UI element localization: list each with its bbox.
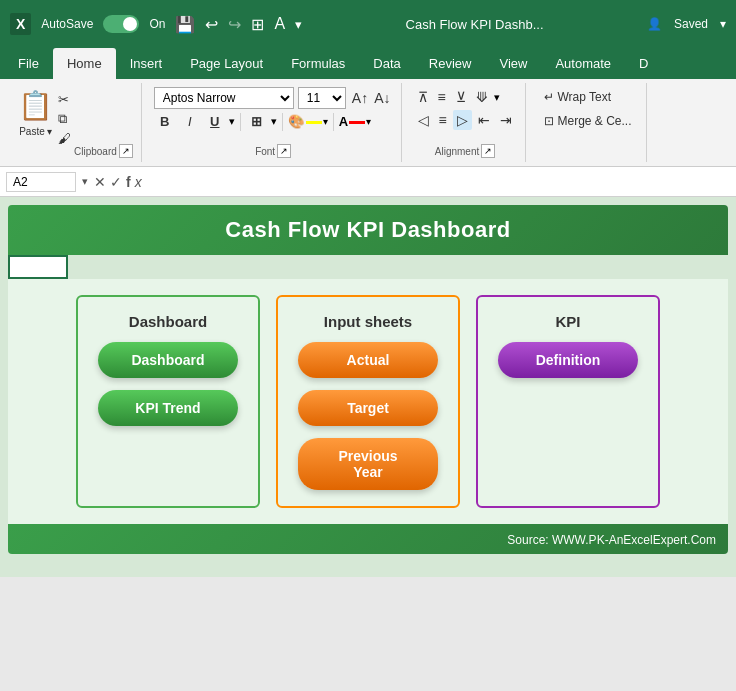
font-color-icon[interactable]: A [274,15,285,33]
sheet-title: Cash Flow KPI Dashboard [225,217,510,242]
align-center-button[interactable]: ≡ [435,110,451,130]
excel-logo: X [10,13,31,35]
autosave-label: AutoSave [41,17,93,31]
align-right-button[interactable]: ▷ [453,110,472,130]
paste-dropdown-icon[interactable]: ▾ [47,126,52,137]
tab-home[interactable]: Home [53,48,116,79]
tab-formulas[interactable]: Formulas [277,48,359,79]
kpi-section: KPI Definition [476,295,660,508]
undo-icon[interactable]: ↩ [205,15,218,34]
copy-button[interactable]: ⧉ [55,110,74,128]
layout-icon[interactable]: ⊞ [251,15,264,34]
actual-button[interactable]: Actual [298,342,438,378]
fill-color-icon: 🎨 [288,114,305,129]
paste-label: Paste [19,126,45,137]
wrap-text-button[interactable]: ↵ Wrap Text [538,87,638,107]
clipboard-dialog-launcher[interactable]: ↗ [119,144,133,158]
footer-text: Source: WWW.PK-AnExcelExpert.Com [507,533,716,547]
cancel-entry-icon[interactable]: ✕ [94,174,106,190]
sheet-footer: Source: WWW.PK-AnExcelExpert.Com [8,524,728,554]
definition-button[interactable]: Definition [498,342,638,378]
align-middle-button[interactable]: ≡ [434,87,450,107]
align-left-button[interactable]: ◁ [414,110,433,130]
angle-text-dropdown-icon[interactable]: ▾ [494,91,500,104]
tab-d[interactable]: D [625,48,662,79]
kpi-trend-button[interactable]: KPI Trend [98,390,238,426]
title-bar: X AutoSave On 💾 ↩ ↪ ⊞ A ▾ Cash Flow KPI … [0,0,736,48]
format-painter-button[interactable]: 🖌 [55,130,74,147]
ribbon-tabs: File Home Insert Page Layout Formulas Da… [0,48,736,79]
tab-review[interactable]: Review [415,48,486,79]
alignment-label: Alignment [435,146,479,157]
profile-icon[interactable]: 👤 [647,17,662,31]
formula-input[interactable] [148,174,730,189]
title-bar-actions: 👤 Saved ▾ [647,17,726,31]
font-color-a-icon: A [339,114,348,129]
tab-view[interactable]: View [485,48,541,79]
border-button[interactable]: ⊞ [246,112,268,131]
saved-label: Saved [674,17,708,31]
kpi-section-title: KPI [555,313,580,330]
italic-button[interactable]: I [179,112,201,131]
target-button[interactable]: Target [298,390,438,426]
underline-dropdown-icon[interactable]: ▾ [229,115,235,128]
tab-file[interactable]: File [4,48,53,79]
dashboard-navigation: Dashboard Dashboard KPI Trend Input shee… [8,279,728,524]
alignment-dialog-launcher[interactable]: ↗ [481,144,495,158]
tab-page-layout[interactable]: Page Layout [176,48,277,79]
underline-button[interactable]: U [204,112,226,131]
font-color-dropdown-icon[interactable]: ▾ [366,116,371,127]
cell-reference-input[interactable]: A2 [6,172,76,192]
toggle-state-label: On [149,17,165,31]
border-dropdown-icon[interactable]: ▾ [271,115,277,128]
cut-button[interactable]: ✂ [55,91,74,108]
clipboard-group: 📋 Paste ▾ ✂ ⧉ 🖌 Clipboard ↗ [8,83,142,162]
saved-dropdown-icon[interactable]: ▾ [720,17,726,31]
tab-insert[interactable]: Insert [116,48,177,79]
angle-text-button[interactable]: ⟱ [472,87,492,107]
ribbon-content: 📋 Paste ▾ ✂ ⧉ 🖌 Clipboard ↗ Aptos Narrow… [0,79,736,167]
redo-icon[interactable]: ↪ [228,15,241,34]
tab-automate[interactable]: Automate [541,48,625,79]
merge-cells-button[interactable]: ⊡ Merge & Ce... [538,111,638,131]
paste-button[interactable]: 📋 [16,87,55,124]
toggle-knob [123,17,137,31]
wrap-text-label: Wrap Text [558,90,612,104]
align-top-button[interactable]: ⊼ [414,87,432,107]
font-label: Font [255,146,275,157]
save-icon[interactable]: 💾 [175,15,195,34]
wrap-text-icon: ↵ [544,90,554,104]
window-title: Cash Flow KPI Dashb... [312,17,637,32]
autosave-toggle[interactable] [103,15,139,33]
tab-data[interactable]: Data [359,48,414,79]
input-sheets-section: Input sheets Actual Target Previous Year [276,295,460,508]
formula-bar-dropdown-icon[interactable]: ▾ [82,175,88,188]
font-group: Aptos Narrow 11 A↑ A↓ B I U ▾ ⊞ ▾ [146,83,402,162]
previous-year-button[interactable]: Previous Year [298,438,438,490]
sheet-area: Cash Flow KPI Dashboard Dashboard Dashbo… [0,197,736,577]
function-x-icon[interactable]: x [135,174,142,190]
fill-color-dropdown-icon[interactable]: ▾ [323,116,328,127]
increase-indent-button[interactable]: ⇥ [496,110,516,130]
font-family-select[interactable]: Aptos Narrow [154,87,294,109]
more-commands-icon[interactable]: ▾ [295,17,302,32]
increase-font-size-button[interactable]: A↑ [350,90,370,106]
font-color-button[interactable]: A ▾ [339,114,371,129]
formula-bar: A2 ▾ ✕ ✓ f x [0,167,736,197]
bold-button[interactable]: B [154,112,176,131]
decrease-font-size-button[interactable]: A↓ [372,90,392,106]
decrease-indent-button[interactable]: ⇤ [474,110,494,130]
sheet-header: Cash Flow KPI Dashboard [8,205,728,255]
dashboard-section-title: Dashboard [129,313,207,330]
dashboard-button[interactable]: Dashboard [98,342,238,378]
input-sheets-section-title: Input sheets [324,313,412,330]
insert-function-icon[interactable]: f [126,174,131,190]
selected-cell-a2[interactable] [8,255,68,279]
alignment-group: ⊼ ≡ ⊻ ⟱ ▾ ◁ ≡ ▷ ⇤ ⇥ Alignment ↗ [406,83,526,162]
confirm-entry-icon[interactable]: ✓ [110,174,122,190]
font-size-select[interactable]: 11 [298,87,346,109]
fill-color-button[interactable]: 🎨 ▾ [288,114,328,129]
font-dialog-launcher[interactable]: ↗ [277,144,291,158]
align-bottom-button[interactable]: ⊻ [452,87,470,107]
merge-icon: ⊡ [544,114,554,128]
